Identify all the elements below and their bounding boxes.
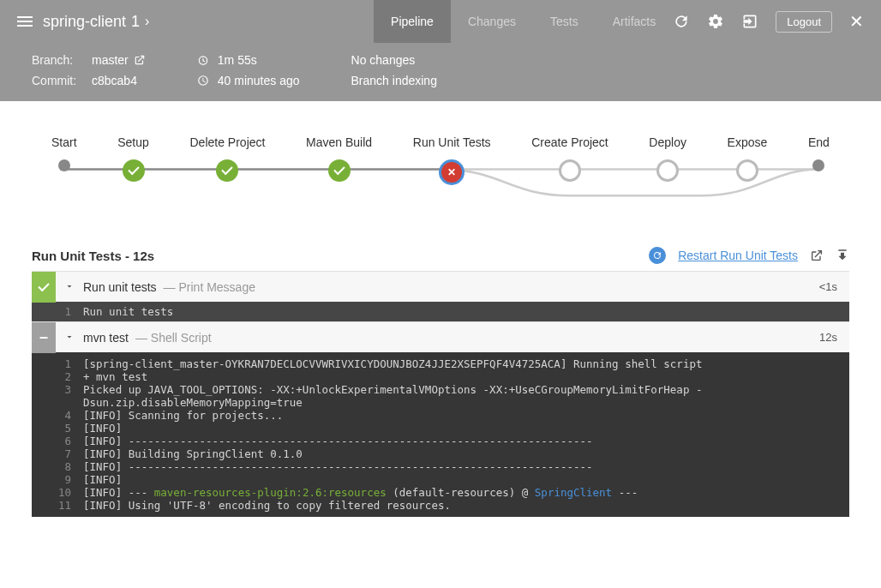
- duration-value: 1m 55s: [218, 53, 257, 67]
- age-value: 40 minutes ago: [218, 74, 300, 87]
- stage-label: Setup: [117, 135, 149, 149]
- stage-expose[interactable]: Expose: [728, 135, 768, 185]
- log-line: 7[INFO] Building SpringClient 0.1.0: [32, 447, 849, 460]
- external-link-icon: [134, 54, 146, 66]
- log-line: 3Picked up JAVA_TOOL_OPTIONS: -XX:+Unloc…: [32, 383, 849, 409]
- page-title: spring-client 1 ›: [43, 13, 149, 31]
- chevron-down-icon[interactable]: [56, 280, 83, 294]
- step-duration: <1s: [819, 280, 849, 293]
- tab-tests[interactable]: Tests: [533, 0, 596, 43]
- stage-label: Run Unit Tests: [413, 135, 491, 149]
- branch-value[interactable]: master: [92, 53, 146, 67]
- stage-start[interactable]: Start: [51, 135, 77, 185]
- stage-node[interactable]: [439, 159, 464, 185]
- step-name: Run unit tests: [83, 280, 157, 294]
- step-row[interactable]: Run unit tests— Print Message<1s: [32, 271, 849, 302]
- stage-deploy[interactable]: Deploy: [649, 135, 686, 185]
- clock-icon: [197, 75, 209, 87]
- log-line: 6[INFO] --------------------------------…: [32, 435, 849, 447]
- header-left: spring-client 1 ›: [17, 13, 374, 31]
- top-header: spring-client 1 › PipelineChangesTestsAr…: [0, 0, 881, 43]
- stage-end[interactable]: End: [808, 135, 830, 185]
- tab-artifacts[interactable]: Artifacts: [596, 0, 674, 43]
- step-desc: — Print Message: [164, 280, 255, 294]
- stage-label: Deploy: [649, 135, 686, 149]
- log-line: 8[INFO] --------------------------------…: [32, 460, 849, 473]
- rerun-icon[interactable]: [673, 13, 690, 30]
- log-line: 1Run unit tests: [32, 305, 849, 318]
- step-name: mvn test: [83, 331, 129, 345]
- log-line: 10[INFO] --- maven-resources-plugin:2.6:…: [32, 486, 849, 499]
- header-actions: Logout ✕: [673, 11, 864, 33]
- stage-node[interactable]: [216, 159, 238, 182]
- stage-run-unit-tests[interactable]: Run Unit Tests: [413, 135, 491, 185]
- run-meta: Branch: master Commit: c8bcab4 1m 55s 40…: [0, 43, 881, 101]
- stage-label: Expose: [728, 135, 768, 149]
- stage-create-project[interactable]: Create Project: [531, 135, 608, 185]
- step-row[interactable]: –mvn test— Shell Script12s: [32, 321, 849, 352]
- header-tabs: PipelineChangesTestsArtifacts: [374, 0, 673, 43]
- logout-button[interactable]: Logout: [776, 11, 832, 33]
- stage-setup[interactable]: Setup: [117, 135, 149, 185]
- stopwatch-icon: [197, 54, 209, 66]
- check-icon: [32, 272, 56, 303]
- chevron-down-icon[interactable]: [56, 331, 83, 345]
- chevron-right-icon[interactable]: ›: [145, 14, 149, 29]
- log-line: 5[INFO]: [32, 422, 849, 435]
- tab-pipeline[interactable]: Pipeline: [374, 0, 451, 43]
- open-external-icon[interactable]: [810, 249, 824, 262]
- stage-label: Create Project: [531, 135, 608, 149]
- stage-node[interactable]: [812, 159, 824, 171]
- stage-node[interactable]: [123, 159, 145, 182]
- minus-icon: –: [32, 322, 56, 353]
- log-line: 1[spring-client_master-OYKRAN7DECLOCVVWR…: [32, 357, 849, 370]
- run-number: 1: [131, 13, 140, 31]
- section-header: Run Unit Tests - 12s Restart Run Unit Te…: [0, 237, 881, 271]
- pipeline-graph: StartSetupDelete ProjectMaven BuildRun U…: [0, 101, 881, 237]
- stage-node[interactable]: [559, 159, 581, 182]
- stage-delete-project[interactable]: Delete Project: [189, 135, 265, 185]
- log-line: 4[INFO] Scanning for projects...: [32, 409, 849, 422]
- log-line: 2+ mvn test: [32, 370, 849, 383]
- stage-label: Start: [51, 135, 77, 149]
- log-output: 1[spring-client_master-OYKRAN7DECLOCVVWR…: [32, 352, 849, 517]
- exit-icon[interactable]: [741, 13, 758, 30]
- project-name: spring-client: [43, 13, 126, 31]
- menu-icon[interactable]: [17, 16, 33, 27]
- download-icon[interactable]: [836, 249, 849, 262]
- step-duration: 12s: [819, 331, 849, 344]
- log-line: 9[INFO]: [32, 473, 849, 486]
- gear-icon[interactable]: [707, 13, 724, 30]
- commit-value[interactable]: c8bcab4: [92, 74, 137, 87]
- stage-node[interactable]: [656, 159, 679, 182]
- changes-text: No changes: [351, 53, 416, 67]
- close-icon[interactable]: ✕: [849, 11, 864, 32]
- stage-label: Maven Build: [306, 135, 372, 149]
- stage-node[interactable]: [736, 159, 758, 182]
- restart-link[interactable]: Restart Run Unit Tests: [678, 249, 798, 262]
- stage-maven-build[interactable]: Maven Build: [306, 135, 372, 185]
- stage-node[interactable]: [58, 159, 70, 171]
- commit-label: Commit:: [32, 74, 83, 87]
- step-desc: — Shell Script: [135, 331, 212, 345]
- log-line: 11[INFO] Using 'UTF-8' encoding to copy …: [32, 499, 849, 512]
- stage-label: Delete Project: [189, 135, 265, 149]
- log-output: 1Run unit tests: [32, 302, 849, 321]
- tab-changes[interactable]: Changes: [451, 0, 533, 43]
- stage-label: End: [808, 135, 830, 149]
- trigger-text: Branch indexing: [351, 74, 437, 87]
- section-title-text: Run Unit Tests - 12s: [32, 249, 154, 263]
- branch-label: Branch:: [32, 53, 83, 67]
- stage-node[interactable]: [328, 159, 351, 182]
- restart-icon[interactable]: [649, 247, 666, 264]
